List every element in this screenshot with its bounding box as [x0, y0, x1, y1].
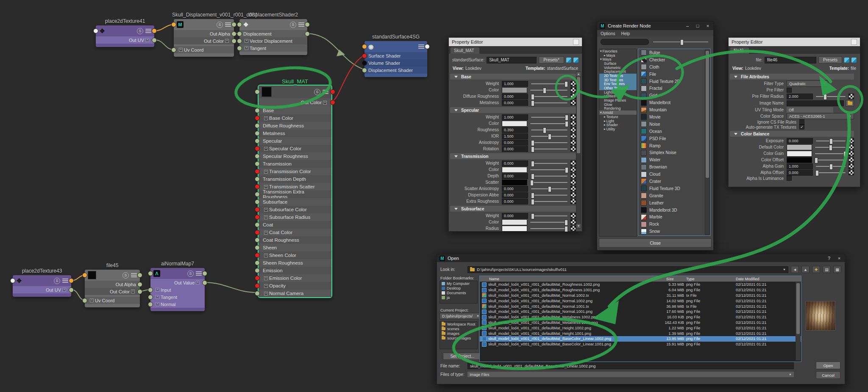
node-attribute-row[interactable]: Transmission — [259, 160, 331, 168]
node-attribute-row[interactable]: Transmission Depth — [259, 175, 331, 183]
bookmark-item[interactable]: Desktop — [440, 286, 477, 290]
input-port[interactable] — [255, 192, 260, 197]
node-attribute-row[interactable]: Normal Camera — [259, 290, 331, 297]
slider[interactable] — [816, 138, 846, 144]
texture-node-item[interactable]: Cloth — [638, 63, 710, 71]
file-row[interactable]: skull_model_lod4_v001_r001_defaultMat_Ro… — [480, 287, 801, 293]
slider[interactable] — [530, 220, 568, 225]
node-attribute-row[interactable]: Sheen — [259, 244, 331, 251]
node-attribute-row[interactable]: Transmission Extra Roughness — [259, 190, 331, 198]
map-texture-button[interactable] — [570, 167, 576, 172]
color-space-dropdown[interactable]: ACES - ACES2065-1▼ — [787, 113, 854, 119]
node-ainormalmap7[interactable]: aiNormalMap7 Λ Out Value Input Tangent N… — [150, 268, 205, 311]
filter-type-dropdown[interactable]: Quadratic▼ — [787, 80, 828, 87]
look-in-dropdown[interactable]: D:\jahirul\projects\SKULL\sourceimages\s… — [467, 266, 788, 273]
node-row-out-color[interactable]: Out Color — [85, 288, 140, 295]
slider-handle[interactable] — [565, 167, 568, 173]
show-in-lookdev-icon[interactable] — [844, 58, 849, 63]
tree-item[interactable]: ▾ Favorites — [599, 49, 637, 53]
texture-node-item[interactable]: Fluid Texture 2D — [638, 78, 710, 85]
tree-item[interactable]: Utilities — [599, 94, 637, 99]
menu-item[interactable]: Help — [621, 31, 630, 36]
tree-item[interactable]: Other Textures — [599, 86, 637, 90]
expand-icon[interactable] — [264, 116, 268, 120]
color-swatch[interactable] — [502, 226, 527, 232]
color-swatch[interactable] — [502, 219, 527, 225]
map-texture-button[interactable] — [849, 151, 854, 156]
color-swatch[interactable] — [787, 144, 812, 150]
tree-item[interactable]: ▾ Maya — [599, 57, 637, 61]
list-view-icon[interactable]: ▤ — [823, 266, 831, 273]
node-header[interactable] — [259, 86, 331, 98]
value-field[interactable]: 0.000 — [787, 170, 813, 176]
map-texture-button[interactable] — [570, 114, 576, 120]
value-field[interactable]: 0.000 — [502, 186, 528, 192]
node-attribute-row[interactable]: Specular Roughness — [259, 152, 331, 160]
node-skull-displacement[interactable]: Skull_Displacement_v001_r001_d001 M Out … — [174, 19, 234, 57]
texture-node-item[interactable]: File — [638, 71, 710, 78]
node-attribute-row[interactable]: Base — [259, 107, 331, 114]
bookmark-item[interactable]: ja — [440, 295, 477, 300]
texture-node-item[interactable]: Water — [638, 156, 710, 163]
output-port[interactable] — [137, 273, 142, 278]
node-attribute-row[interactable]: Subsurface Color — [259, 206, 331, 213]
expand-icon[interactable] — [90, 298, 94, 302]
tree-item[interactable]: Lights — [599, 90, 637, 94]
color-swatch[interactable] — [787, 157, 812, 163]
input-port[interactable] — [93, 28, 98, 33]
node-attribute-row[interactable]: Diffuse Roughness — [259, 122, 331, 130]
section-color-balance[interactable]: Color Balance — [730, 131, 854, 137]
node-header[interactable]: Λ — [150, 268, 205, 279]
texture-node-item[interactable]: Noise — [638, 121, 710, 128]
set-project-button[interactable]: Set Project... — [443, 353, 482, 360]
view-value[interactable]: Lookdev — [745, 66, 761, 71]
node-attribute-row[interactable]: Sheen Roughness — [259, 259, 331, 267]
file-row[interactable]: skull_model_lod4_v001_r001_defaultMat_No… — [480, 293, 801, 298]
node-attribute-row[interactable]: Emission Color — [259, 274, 331, 282]
expand-icon[interactable] — [264, 276, 268, 280]
cancel-button[interactable]: Cancel — [816, 371, 840, 379]
map-texture-button[interactable] — [570, 100, 576, 105]
map-texture-button[interactable] — [570, 94, 576, 99]
open-button[interactable]: Open — [816, 362, 840, 369]
section-header[interactable]: Transmission — [450, 153, 576, 159]
view-value[interactable]: Lookdev — [465, 66, 481, 71]
input-port[interactable] — [362, 44, 367, 49]
input-port[interactable] — [255, 169, 260, 174]
value-field[interactable]: 0.000 — [502, 173, 528, 179]
slider[interactable] — [531, 174, 568, 179]
input-port[interactable] — [237, 22, 242, 27]
node-row-uv-coord[interactable]: Uv Coord — [85, 297, 140, 304]
copy-tab-icon[interactable] — [573, 58, 579, 63]
file-list-header[interactable]: Name Size Type Date Modified — [480, 276, 801, 282]
node-row-surface-shader[interactable]: Surface Shader — [364, 52, 427, 59]
color-swatch[interactable] — [502, 87, 527, 93]
slider-handle[interactable] — [531, 94, 534, 100]
node-attribute-row[interactable]: Metalness — [259, 130, 331, 137]
output-port[interactable] — [330, 89, 335, 94]
expand-icon[interactable] — [264, 284, 268, 288]
node-row-tangent[interactable]: Tangent — [150, 293, 205, 301]
close-icon[interactable]: × — [705, 23, 711, 28]
maximize-icon[interactable]: □ — [695, 23, 701, 28]
slider-handle[interactable] — [531, 146, 534, 152]
texture-node-item[interactable]: Movie — [638, 113, 710, 121]
tree-item[interactable]: Surface — [599, 61, 637, 66]
slider-handle[interactable] — [815, 157, 818, 163]
section-file-attributes[interactable]: File Attributes — [730, 74, 854, 80]
menu-item[interactable]: Options — [601, 31, 615, 36]
workspace-folder-item[interactable]: sourceimages — [440, 336, 477, 340]
file-row[interactable]: skull_model_lod4_v001_r001_defaultMat_Ro… — [480, 282, 801, 287]
out-color-port[interactable] — [330, 100, 335, 105]
slider-handle[interactable] — [815, 170, 819, 176]
slider[interactable] — [531, 115, 568, 120]
slider[interactable] — [530, 88, 568, 93]
file-row[interactable]: skull_model_lod4_v001_r001_defaultMat_No… — [480, 309, 801, 315]
node-displacementshader2[interactable]: displacementShader2 ❖ Displacement Vecto… — [239, 19, 307, 55]
tree-item[interactable]: ▸ Texture — [599, 115, 637, 119]
vector-displacement-port[interactable] — [237, 39, 242, 44]
slider-handle[interactable] — [843, 151, 847, 157]
slider-handle[interactable] — [823, 94, 827, 100]
input-port[interactable] — [255, 283, 260, 288]
value-field[interactable]: 1.500 — [502, 133, 528, 139]
